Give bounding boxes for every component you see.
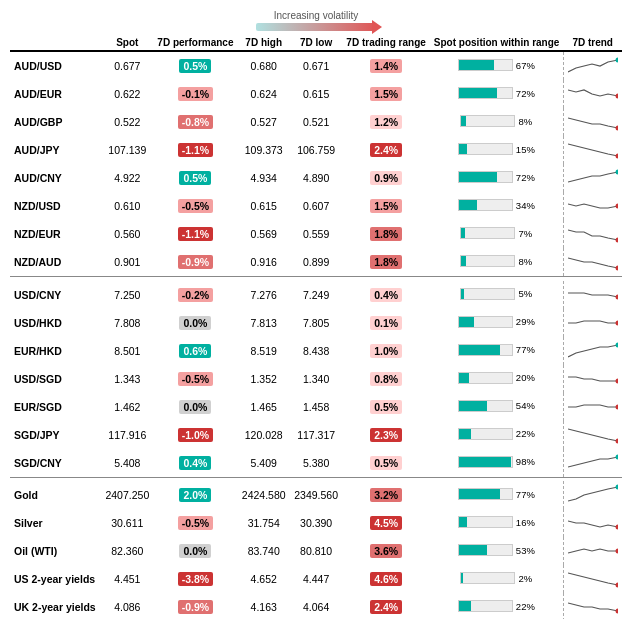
range-value: 2.4% — [342, 136, 429, 164]
high-value: 31.754 — [237, 509, 289, 537]
col-perf7d: 7D performance — [153, 35, 237, 51]
range-value: 1.5% — [342, 192, 429, 220]
perf-value: -1.1% — [153, 136, 237, 164]
trend-chart — [563, 220, 622, 248]
spot-position: 5% — [430, 281, 564, 309]
pair-name: USD/CNY — [10, 281, 101, 309]
range-value: 0.1% — [342, 309, 429, 337]
perf-value: -0.5% — [153, 509, 237, 537]
perf-value: 2.0% — [153, 481, 237, 509]
spot-value: 0.560 — [101, 220, 153, 248]
spot-value: 82.360 — [101, 537, 153, 565]
range-value: 4.6% — [342, 565, 429, 593]
perf-value: -0.1% — [153, 80, 237, 108]
pair-name: Gold — [10, 481, 101, 509]
pair-name: SGD/JPY — [10, 421, 101, 449]
pair-name: NZD/USD — [10, 192, 101, 220]
perf-value: -0.9% — [153, 593, 237, 619]
pair-name: UK 2-year yields — [10, 593, 101, 619]
table-row: USD/HKD 7.808 0.0% 7.813 7.805 0.1% 29% — [10, 309, 622, 337]
col-range7d: 7D trading range — [342, 35, 429, 51]
trend-chart — [563, 421, 622, 449]
spot-value: 7.250 — [101, 281, 153, 309]
spot-value: 0.677 — [101, 51, 153, 80]
range-value: 0.5% — [342, 393, 429, 421]
perf-value: -1.1% — [153, 220, 237, 248]
table-row: US 2-year yields 4.451 -3.8% 4.652 4.447… — [10, 565, 622, 593]
svg-point-6 — [615, 238, 618, 243]
high-value: 8.519 — [237, 337, 289, 365]
spot-value: 0.622 — [101, 80, 153, 108]
spot-value: 117.916 — [101, 421, 153, 449]
table-row: Silver 30.611 -0.5% 31.754 30.390 4.5% 1… — [10, 509, 622, 537]
low-value: 4.447 — [290, 565, 342, 593]
high-value: 120.028 — [237, 421, 289, 449]
pair-name: US 2-year yields — [10, 565, 101, 593]
table-header: Spot 7D performance 7D high 7D low 7D tr… — [10, 35, 622, 51]
high-value: 83.740 — [237, 537, 289, 565]
range-value: 2.3% — [342, 421, 429, 449]
range-value: 1.8% — [342, 248, 429, 277]
low-value: 2349.560 — [290, 481, 342, 509]
spot-value: 107.139 — [101, 136, 153, 164]
trend-chart — [563, 164, 622, 192]
svg-point-2 — [615, 126, 618, 131]
pair-name: Oil (WTI) — [10, 537, 101, 565]
volatility-arrow — [256, 23, 376, 31]
spot-position: 22% — [430, 421, 564, 449]
svg-point-1 — [615, 94, 618, 99]
range-value: 0.5% — [342, 449, 429, 478]
col-trend7d: 7D trend — [563, 35, 622, 51]
spot-position: 8% — [430, 108, 564, 136]
high-value: 0.916 — [237, 248, 289, 277]
pair-name: NZD/EUR — [10, 220, 101, 248]
spot-position: 53% — [430, 537, 564, 565]
range-value: 2.4% — [342, 593, 429, 619]
volatility-label: Increasing volatility — [10, 10, 622, 21]
spot-value: 4.086 — [101, 593, 153, 619]
trend-chart — [563, 136, 622, 164]
spot-position: 8% — [430, 248, 564, 277]
main-table: Spot 7D performance 7D high 7D low 7D tr… — [10, 35, 622, 619]
high-value: 1.352 — [237, 365, 289, 393]
spot-position: 2% — [430, 565, 564, 593]
low-value: 4.890 — [290, 164, 342, 192]
table-row: EUR/HKD 8.501 0.6% 8.519 8.438 1.0% 77% — [10, 337, 622, 365]
low-value: 0.615 — [290, 80, 342, 108]
spot-value: 4.922 — [101, 164, 153, 192]
pair-name: USD/SGD — [10, 365, 101, 393]
table-row: AUD/CNY 4.922 0.5% 4.934 4.890 0.9% 72% — [10, 164, 622, 192]
spot-position: 72% — [430, 164, 564, 192]
spot-position: 98% — [430, 449, 564, 478]
trend-chart — [563, 309, 622, 337]
high-value: 4.652 — [237, 565, 289, 593]
perf-value: -0.9% — [153, 248, 237, 277]
range-value: 1.5% — [342, 80, 429, 108]
svg-point-14 — [615, 454, 618, 459]
spot-position: 67% — [430, 51, 564, 80]
range-value: 1.2% — [342, 108, 429, 136]
trend-chart — [563, 51, 622, 80]
spot-position: 16% — [430, 509, 564, 537]
svg-point-10 — [615, 342, 618, 347]
col-spot: Spot — [101, 35, 153, 51]
perf-value: 0.6% — [153, 337, 237, 365]
pair-name: SGD/CNY — [10, 449, 101, 478]
range-value: 0.4% — [342, 281, 429, 309]
trend-chart — [563, 449, 622, 478]
low-value: 117.317 — [290, 421, 342, 449]
spot-value: 5.408 — [101, 449, 153, 478]
low-value: 106.759 — [290, 136, 342, 164]
table-row: EUR/SGD 1.462 0.0% 1.465 1.458 0.5% 54% — [10, 393, 622, 421]
high-value: 2424.580 — [237, 481, 289, 509]
pair-name: AUD/USD — [10, 51, 101, 80]
perf-value: 0.0% — [153, 309, 237, 337]
perf-value: 0.5% — [153, 164, 237, 192]
spot-position: 15% — [430, 136, 564, 164]
perf-value: 0.4% — [153, 449, 237, 478]
low-value: 0.559 — [290, 220, 342, 248]
svg-point-3 — [615, 154, 618, 159]
low-value: 0.671 — [290, 51, 342, 80]
spot-value: 7.808 — [101, 309, 153, 337]
spot-position: 29% — [430, 309, 564, 337]
